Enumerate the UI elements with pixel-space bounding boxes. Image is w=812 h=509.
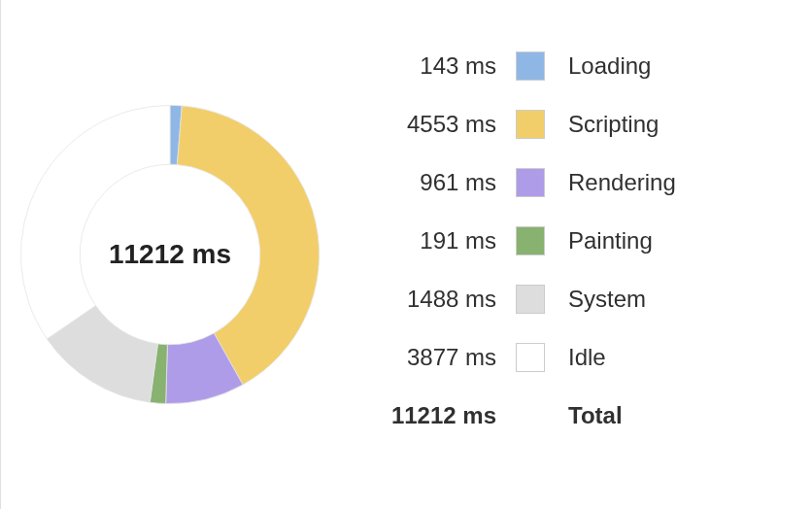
legend-name: Scripting (568, 111, 659, 138)
legend: 143 msLoading4553 msScripting961 msRende… (341, 37, 676, 445)
donut-slice-idle (20, 105, 170, 339)
legend-total-value: 11212 ms (341, 402, 496, 429)
legend-row-loading[interactable]: 143 msLoading (341, 37, 676, 95)
donut-chart: 11212 ms (15, 99, 325, 410)
legend-name: Idle (568, 344, 606, 371)
legend-value: 961 ms (341, 169, 496, 196)
legend-value: 191 ms (341, 227, 496, 254)
legend-row-system[interactable]: 1488 msSystem (341, 270, 676, 328)
summary-content: 11212 ms 143 msLoading4553 msScripting96… (1, 0, 812, 509)
legend-row-total: 11212 msTotal (341, 387, 676, 445)
legend-name: System (568, 286, 646, 313)
legend-swatch (516, 168, 545, 197)
legend-value: 143 ms (341, 52, 496, 80)
legend-value: 3877 ms (341, 344, 496, 371)
legend-swatch (516, 51, 545, 81)
legend-swatch (516, 343, 545, 372)
legend-value: 1488 ms (341, 286, 496, 313)
legend-total-name: Total (568, 402, 623, 429)
legend-swatch (516, 285, 545, 314)
legend-swatch (516, 110, 545, 139)
legend-row-scripting[interactable]: 4553 msScripting (341, 95, 676, 153)
legend-value: 4553 ms (341, 111, 496, 138)
legend-row-painting[interactable]: 191 msPainting (341, 212, 676, 270)
donut-svg (15, 99, 325, 410)
legend-name: Painting (568, 227, 653, 254)
legend-row-rendering[interactable]: 961 msRendering (341, 153, 676, 212)
legend-row-idle[interactable]: 3877 msIdle (341, 328, 676, 387)
summary-panel: 11212 ms 143 msLoading4553 msScripting96… (0, 0, 812, 509)
legend-swatch (516, 226, 545, 255)
legend-name: Rendering (568, 169, 676, 196)
legend-name: Loading (568, 52, 651, 80)
